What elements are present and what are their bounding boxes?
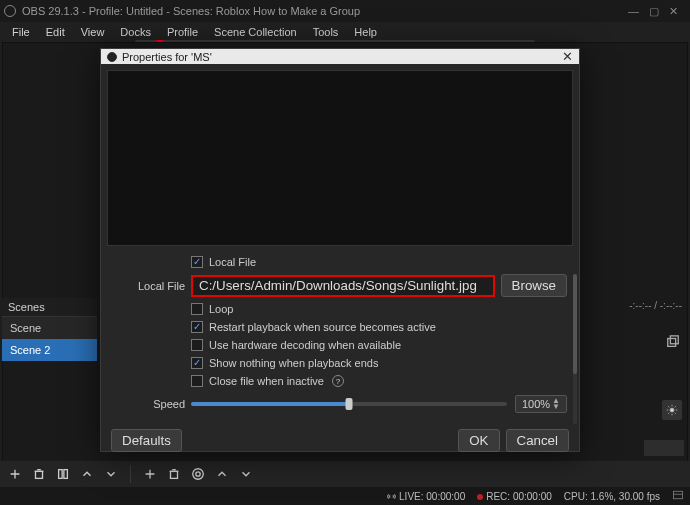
hw-decode-label: Use hardware decoding when available: [209, 339, 401, 351]
svg-point-2: [670, 408, 674, 412]
svg-rect-9: [674, 491, 683, 499]
status-bar: LIVE: 00:00:00 REC: 00:00:00 CPU: 1.6%, …: [0, 487, 690, 505]
local-file-input[interactable]: [191, 275, 495, 297]
status-live: LIVE: 00:00:00: [386, 491, 465, 502]
source-down-button[interactable]: [237, 465, 255, 483]
dialog-scrollbar[interactable]: [573, 274, 577, 424]
show-nothing-label: Show nothing when playback ends: [209, 357, 378, 369]
remove-source-button[interactable]: [165, 465, 183, 483]
menu-view[interactable]: View: [73, 24, 113, 40]
dialog-close-button[interactable]: ✕: [562, 49, 573, 64]
local-file-label: Local File: [101, 280, 191, 292]
remove-scene-button[interactable]: [30, 465, 48, 483]
source-up-button[interactable]: [213, 465, 231, 483]
dock-toggle-icon[interactable]: [672, 489, 684, 503]
svg-point-7: [196, 472, 200, 476]
restart-checkbox[interactable]: [191, 321, 203, 333]
scene-item[interactable]: Scene: [2, 317, 97, 339]
close-file-checkbox[interactable]: [191, 375, 203, 387]
local-file-checkbox-label: Local File: [209, 256, 256, 268]
speed-slider[interactable]: [191, 402, 507, 406]
menu-file[interactable]: File: [4, 24, 38, 40]
minimize-button[interactable]: —: [628, 5, 639, 18]
svg-rect-5: [64, 470, 68, 479]
pop-out-icon[interactable]: [666, 335, 680, 351]
dialog-footer: Defaults OK Cancel: [101, 423, 579, 458]
restart-label: Restart playback when source becomes act…: [209, 321, 436, 333]
title-bar: OBS 29.1.3 - Profile: Untitled - Scenes:…: [0, 0, 690, 22]
bottom-toolbar: [0, 461, 690, 487]
menu-help[interactable]: Help: [346, 24, 385, 40]
dialog-title: Properties for 'MS': [122, 51, 212, 63]
menu-docks[interactable]: Docks: [112, 24, 159, 40]
hw-decode-checkbox[interactable]: [191, 339, 203, 351]
close-button[interactable]: ✕: [669, 5, 678, 18]
loop-checkbox[interactable]: [191, 303, 203, 315]
source-properties-button[interactable]: [189, 465, 207, 483]
cancel-button[interactable]: Cancel: [506, 429, 570, 452]
source-tools: [141, 465, 255, 483]
scenes-panel: Scenes Scene Scene 2: [2, 298, 97, 361]
help-icon[interactable]: ?: [332, 375, 344, 387]
svg-rect-3: [36, 471, 43, 478]
menu-edit[interactable]: Edit: [38, 24, 73, 40]
obs-icon: [4, 5, 16, 17]
local-file-checkbox[interactable]: [191, 256, 203, 268]
window-title: OBS 29.1.3 - Profile: Untitled - Scenes:…: [22, 5, 360, 17]
duration-label: -:--:-- / -:--:--: [586, 298, 686, 313]
menu-scene-collection[interactable]: Scene Collection: [206, 24, 305, 40]
svg-point-8: [193, 469, 204, 480]
menu-bar: File Edit View Docks Profile Scene Colle…: [0, 22, 690, 42]
truncated-button[interactable]: [644, 440, 684, 456]
menu-profile[interactable]: Profile: [159, 24, 206, 40]
loop-label: Loop: [209, 303, 233, 315]
maximize-button[interactable]: ▢: [649, 5, 659, 18]
speed-value-spinner[interactable]: 100% ▲▼: [515, 395, 567, 413]
scene-filter-button[interactable]: [54, 465, 72, 483]
dialog-title-bar[interactable]: Properties for 'MS' ✕: [101, 49, 579, 64]
scene-up-button[interactable]: [78, 465, 96, 483]
svg-rect-6: [171, 471, 178, 478]
scene-item[interactable]: Scene 2: [2, 339, 97, 361]
ok-button[interactable]: OK: [458, 429, 499, 452]
window-controls: — ▢ ✕: [628, 5, 686, 18]
scenes-header: Scenes: [2, 298, 97, 317]
scene-tools: [6, 465, 120, 483]
status-rec: REC: 00:00:00: [477, 491, 552, 502]
add-scene-button[interactable]: [6, 465, 24, 483]
browse-button[interactable]: Browse: [501, 274, 567, 297]
separator: [130, 465, 131, 483]
svg-rect-4: [59, 470, 63, 479]
defaults-button[interactable]: Defaults: [111, 429, 182, 452]
mixer-panel-stub: -:--:-- / -:--:--: [586, 298, 686, 355]
speed-label: Speed: [101, 398, 191, 410]
properties-dialog: Properties for 'MS' ✕ Local File Local F…: [100, 48, 580, 452]
svg-rect-0: [668, 339, 676, 347]
scene-down-button[interactable]: [102, 465, 120, 483]
menu-tools[interactable]: Tools: [305, 24, 347, 40]
show-nothing-checkbox[interactable]: [191, 357, 203, 369]
status-cpu: CPU: 1.6%, 30.00 fps: [564, 491, 660, 502]
dialog-icon: [107, 52, 117, 62]
settings-gear-button[interactable]: [662, 400, 682, 420]
add-source-button[interactable]: [141, 465, 159, 483]
close-file-label: Close file when inactive: [209, 375, 324, 387]
media-preview: [107, 70, 573, 246]
svg-rect-1: [670, 336, 678, 344]
